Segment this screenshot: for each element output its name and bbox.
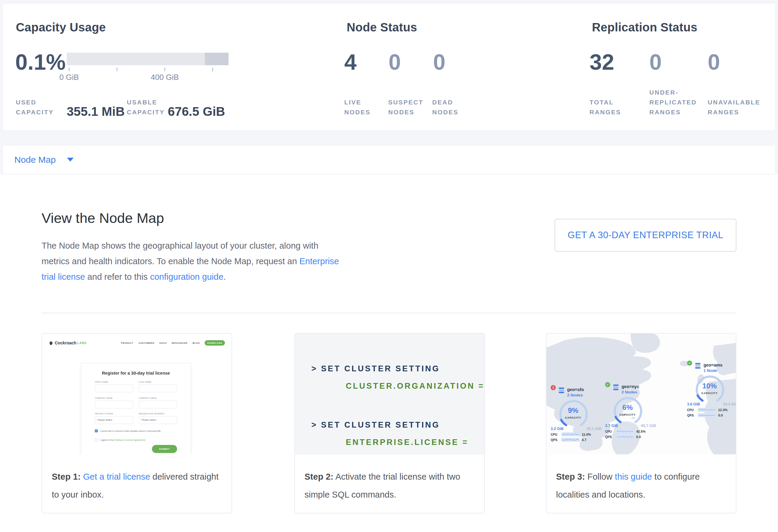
field-label: PROJECT PHASE — [95, 412, 113, 415]
step2-card: > SET CLUSTER SETTING CLUSTER.ORGANIZATI… — [294, 333, 485, 514]
last-name-field — [139, 384, 177, 392]
dead-nodes-value: 0 — [433, 51, 445, 73]
capacity-usage-title: Capacity Usage — [16, 21, 106, 34]
capacity-bar-reserved-segment — [205, 53, 229, 65]
nav-item: CUSTOMERS — [139, 342, 154, 345]
suspect-nodes-label: SUSPECTNODES — [388, 97, 423, 117]
cockroach-logo-icon — [49, 340, 53, 345]
email-optin-row: ✓ I would like to receive email updates … — [95, 429, 161, 432]
locality-nyc: ✓ geo=nyc2 Nodes 6% CAPACITY 3.7 GiB65.7… — [605, 384, 660, 439]
company-email-field — [139, 401, 177, 408]
sql-command-line: > SET CLUSTER SETTING — [311, 364, 440, 373]
locality-sfo: 1 geo=sfo2 Nodes 9% CAPACITY 3.2 GiB35.1… — [551, 387, 606, 442]
nodes-stack-icon — [558, 387, 565, 393]
locality-ams: ✓ geo=ams1 Node 10% CAPACITY 3.6 GiB34.4… — [687, 362, 736, 417]
step1-card: Cockroach LABS PRODUCT CUSTOMERS DOCS RE… — [42, 333, 232, 514]
mini-site-header: Cockroach LABS PRODUCT CUSTOMERS DOCS RE… — [49, 338, 225, 348]
submit-pill: SUBMIT — [152, 445, 177, 453]
under-replicated-ranges-label: UNDER-REPLICATEDRANGES — [649, 87, 697, 117]
locality-name: geo=nyc — [622, 384, 639, 389]
logo-labs-text: LABS — [77, 341, 86, 345]
page-title: View the Node Map — [42, 210, 164, 226]
project-phase-select: Please Select — [95, 416, 133, 424]
get-trial-license-link[interactable]: Get a trial license — [83, 472, 150, 481]
reason-select: Please Select — [139, 416, 177, 424]
dead-nodes-label: DEADNODES — [432, 97, 459, 117]
nav-item: BLOG — [192, 342, 200, 345]
first-name-field — [95, 384, 133, 392]
usable-capacity-label: USABLECAPACITY — [127, 97, 165, 117]
healthy-badge-icon: ✓ — [687, 361, 692, 366]
field-label: COMPANY NAME — [95, 397, 113, 399]
get-enterprise-trial-button[interactable]: GET A 30-DAY ENTERPRISE TRIAL — [555, 219, 736, 252]
live-nodes-label: LIVENODES — [344, 97, 371, 117]
field-label: REASON FOR INTEREST — [139, 412, 165, 415]
section-divider — [42, 313, 736, 313]
unavailable-ranges-label: UNAVAILABLERANGES — [708, 97, 760, 117]
axis-tick-label: 400 GiB — [141, 73, 189, 82]
nav-item: PRODUCT — [121, 342, 133, 345]
nodes-stack-icon — [695, 362, 701, 369]
axis-tick-label: 0 GiB — [45, 73, 93, 82]
capacity-gauge: 6% CAPACITY — [605, 395, 650, 426]
live-nodes-value: 4 — [344, 51, 357, 73]
field-label: COMPANY EMAIL — [139, 397, 157, 399]
healthy-badge-icon: ✓ — [605, 382, 610, 387]
sql-arg-line: CLUSTER.ORGANIZATION = — [346, 381, 484, 391]
step3-caption: Step 3: Follow this guide to configure l… — [556, 468, 726, 504]
node-map-dropdown-bar[interactable]: Node Map — [2, 145, 776, 174]
locality-name: geo=ams — [704, 363, 722, 367]
axis-tick — [212, 68, 213, 71]
replication-status-title: Replication Status — [592, 21, 698, 34]
chevron-down-icon[interactable] — [67, 158, 74, 162]
error-badge-icon: 1 — [551, 385, 556, 390]
qps-sparkline-icon — [698, 413, 716, 417]
capacity-gauge: 10% CAPACITY — [687, 374, 732, 404]
cpu-sparkline-icon — [698, 408, 716, 412]
license-agree-row: I agree to the Software License Agreemen… — [95, 438, 146, 441]
node-status-title: Node Status — [347, 21, 417, 34]
locality-name: geo=sfo — [567, 387, 584, 392]
total-ranges-label: TOTALRANGES — [590, 97, 621, 117]
optin-text: I would like to receive email updates ab… — [100, 430, 161, 432]
logo-text: Cockroach — [55, 340, 76, 345]
field-label: FIRST NAME — [95, 381, 108, 383]
qps-sparkline-icon — [616, 435, 634, 439]
axis-tick — [164, 68, 165, 71]
locality-node-count: 2 Nodes — [567, 393, 583, 397]
nav-item: DOCS — [159, 342, 167, 345]
this-guide-link[interactable]: this guide — [615, 472, 652, 481]
enterprise-trial-license-link[interactable]: trial license — [42, 272, 85, 282]
field-label: LAST NAME — [139, 381, 151, 383]
usable-capacity-value: 676.5 GiB — [168, 104, 225, 120]
axis-tick — [116, 68, 117, 71]
locality-node-count: 2 Nodes — [622, 390, 637, 394]
unavailable-ranges-value: 0 — [708, 51, 720, 73]
configuration-guide-link[interactable]: configuration guide — [150, 272, 223, 282]
cpu-sparkline-icon — [561, 432, 580, 436]
axis-tick — [69, 68, 69, 71]
used-capacity-label: USEDCAPACITY — [16, 97, 54, 117]
step3-card: 1 geo=sfo2 Nodes 9% CAPACITY 3.2 GiB35.1… — [546, 333, 736, 514]
under-replicated-ranges-value: 0 — [649, 51, 662, 73]
cpu-sparkline-icon — [616, 429, 634, 433]
company-name-field — [95, 401, 133, 408]
suspect-nodes-value: 0 — [389, 51, 401, 73]
checkbox-checked-icon: ✓ — [95, 429, 98, 432]
nodes-stack-icon — [613, 384, 619, 390]
trial-register-form: Register for a 30-day trial license FIRS… — [81, 363, 191, 455]
sql-commands-panel: > SET CLUSTER SETTING CLUSTER.ORGANIZATI… — [295, 333, 484, 455]
cluster-overview-page: Capacity Usage 0.1% 0 GiB 400 GiB USEDCA… — [0, 0, 778, 532]
node-map-dropdown-label[interactable]: Node Map — [14, 155, 56, 165]
form-title: Register for a 30-day trial license — [81, 371, 190, 376]
used-capacity-value: 355.1 MiB — [67, 104, 125, 120]
step2-caption: Step 2: Activate the trial license with … — [305, 468, 475, 504]
software-license-agreement-link: Software License Agreement — [114, 439, 145, 441]
sql-command-line: > SET CLUSTER SETTING — [311, 421, 440, 430]
checkbox-unchecked-icon — [95, 438, 98, 441]
qps-sparkline-icon — [561, 438, 580, 442]
download-pill: DOWNLOAD — [205, 340, 225, 346]
enterprise-trial-license-link[interactable]: Enterprise — [299, 256, 339, 266]
capacity-gauge: 9% CAPACITY — [551, 398, 596, 429]
node-map-info-section: View the Node Map The Node Map shows the… — [0, 174, 778, 532]
